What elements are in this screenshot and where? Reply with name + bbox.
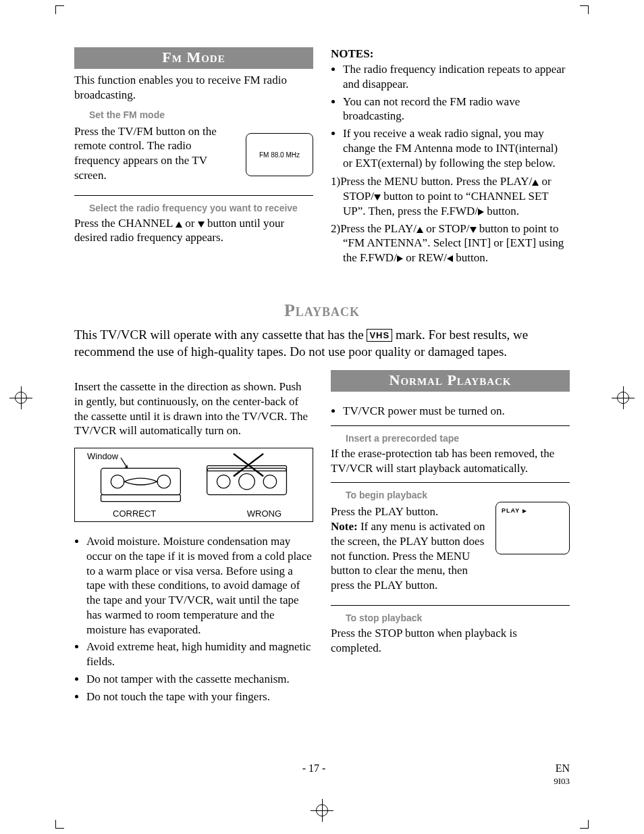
crop-mark-icon [580,5,589,14]
triangle-left-icon [447,255,453,262]
footer-code: 9I03 [554,776,570,786]
begin-playback-text: Press the PLAY button. Note: If any menu… [331,504,489,593]
normal-playback-column: Normal Playback TV/VCR power must be tur… [331,370,570,708]
tape-care-item: Do not touch the tape with your fingers. [86,689,313,704]
triangle-right-icon [397,255,403,262]
svg-point-3 [157,475,171,488]
tv-screen-fm: FM 88.0 MHz [246,133,313,176]
footer-lang: EN [556,762,570,774]
playback-intro: This TV/VCR will operate with any casset… [74,326,570,361]
divider [331,425,570,426]
tv-screen-fm-text: FM 88.0 MHz [259,151,300,159]
note-label: Note: [331,520,358,533]
figure-wrong-label: WRONG [247,509,281,519]
figure-window-label: Window [87,451,118,461]
fm-step2-title: Select the radio frequency you want to r… [89,203,313,213]
page-footer: - 17 - EN 9I03 [74,762,570,787]
svg-rect-0 [101,468,181,494]
divider [331,482,570,483]
fm-mode-heading: Fm Mode [74,47,313,69]
svg-point-2 [111,475,124,488]
tape-care-item: Do not tamper with the cassette mechanis… [86,672,313,687]
playback-heading: Playback [74,301,570,321]
insert-cassette-text: Insert the cassette in the direction as … [74,380,313,438]
fm-step1-text: Press the TV/FM button on the remote con… [74,124,239,183]
playback-left-column: Insert the cassette in the direction as … [74,370,313,708]
insert-tape-title: Insert a prerecorded tape [346,433,570,444]
registration-mark-icon [612,386,635,409]
fm-left-column: Fm Mode This function enables you to rec… [74,47,313,268]
svg-rect-4 [207,468,287,494]
fm-step2-text: Press the CHANNEL or button until your d… [74,216,313,246]
page-number: - 17 - [302,762,326,787]
fm-step1-title: Set the FM mode [89,109,313,120]
tape-care-list: Avoid moisture. Moisture condensation ma… [74,534,313,704]
notes-item: You can not record the FM radio wave bro… [343,95,570,124]
triangle-up-icon [417,227,423,233]
svg-rect-1 [101,495,181,502]
registration-mark-icon [311,799,333,822]
triangle-up-icon [176,221,182,228]
figure-correct-label: CORRECT [113,509,156,519]
divider [74,195,313,196]
power-note-item: TV/VCR power must be turned on. [343,404,570,419]
tape-care-item: Avoid moisture. Moisture condensation ma… [86,534,313,637]
triangle-right-icon [522,509,527,513]
registration-mark-icon [9,386,32,409]
svg-point-8 [239,473,255,490]
notes-column: NOTES: The radio frequency indication re… [331,47,570,268]
crop-mark-icon [580,820,589,829]
divider [331,605,570,606]
power-note-list: TV/VCR power must be turned on. [331,404,570,419]
vhs-mark-icon: VHS [367,329,392,342]
triangle-down-icon [374,194,381,201]
manual-page: Fm Mode This function enables you to rec… [0,0,644,834]
begin-playback-title: To begin playback [346,490,570,500]
notes-num-1: 1)Press the MENU button. Press the PLAY/… [331,174,570,218]
normal-playback-heading: Normal Playback [331,370,570,392]
crop-mark-icon [55,820,64,829]
triangle-down-icon [470,227,477,233]
triangle-up-icon [532,180,539,186]
stop-playback-title: To stop playback [346,613,570,623]
notes-item: If you receive a weak radio signal, you … [343,126,570,170]
notes-num-2: 2)Press the PLAY/ or STOP/ button to poi… [331,221,570,265]
fm-intro: This function enables you to receive FM … [74,73,313,103]
notes-item: The radio frequency indication repeats t… [343,62,570,92]
tv-screen-play: PLAY [495,502,570,554]
triangle-down-icon [198,221,205,228]
notes-list: The radio frequency indication repeats t… [331,62,570,170]
crop-mark-icon [55,5,64,14]
stop-playback-text: Press the STOP button when playback is c… [331,626,570,656]
insert-tape-text: If the erase-protection tab has been rem… [331,446,570,476]
tape-care-item: Avoid extreme heat, high humidity and ma… [86,640,313,669]
svg-point-7 [263,475,277,488]
triangle-right-icon [478,209,484,215]
tv-screen-play-label: PLAY [502,507,527,514]
notes-heading: NOTES: [331,47,570,61]
fm-section: Fm Mode This function enables you to rec… [74,47,570,268]
cassette-figure: Window CORRECT WRONG [74,448,313,522]
svg-point-6 [217,475,230,488]
playback-columns: Insert the cassette in the direction as … [74,370,570,708]
